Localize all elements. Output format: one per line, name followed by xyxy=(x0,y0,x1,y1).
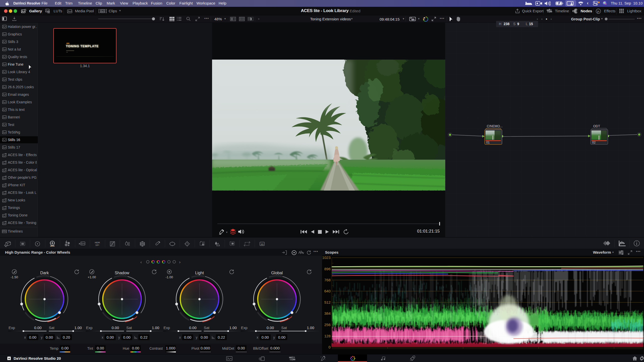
svg-text:HQ: HQ xyxy=(412,19,414,20)
svg-text:512: 512 xyxy=(324,300,331,304)
svg-text:3D: 3D xyxy=(261,243,264,246)
svg-text:HDR: HDR xyxy=(50,245,55,247)
svg-text:896: 896 xyxy=(324,267,331,271)
svg-text:10+: 10+ xyxy=(95,244,100,246)
svg-text:0: 0 xyxy=(329,345,331,349)
svg-text:768: 768 xyxy=(324,278,331,282)
svg-text:640: 640 xyxy=(324,289,331,293)
svg-text:fx: fx xyxy=(597,10,600,13)
svg-text:128: 128 xyxy=(324,334,331,338)
svg-text:1023: 1023 xyxy=(322,256,331,260)
svg-text:256: 256 xyxy=(324,323,331,327)
svg-text:384: 384 xyxy=(324,311,331,315)
